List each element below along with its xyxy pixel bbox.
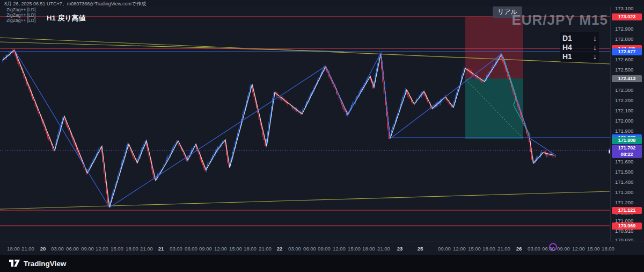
time-tick: 12:00 (453, 246, 466, 252)
price-tick: 171.900 (615, 128, 642, 134)
current-price-badge: 171.70208:22 (612, 145, 642, 158)
price-badge: 171.808 (612, 137, 642, 144)
date-tick: 22 (277, 246, 283, 252)
time-tick: 15:00 (229, 246, 242, 252)
time-tick: 06:00 (185, 246, 197, 252)
tradingview-logo[interactable]: TradingView (9, 259, 66, 268)
price-tick: 171.600 (615, 159, 642, 164)
price-badge: 173.023 (612, 13, 642, 20)
time-tick: 03:00 (51, 246, 64, 252)
time-tick: 18:00 (244, 246, 257, 252)
time-axis[interactable]: 18:0021:002003:0006:0009:0012:0015:0018:… (0, 241, 644, 255)
indicator-legend: ZigZag++ [LD]ZigZag++ [LD]ZigZag++ [LD] (6, 7, 35, 23)
legend-item-zigzag-2[interactable]: ZigZag++ [LD] (6, 18, 35, 23)
date-tick: 25 (418, 246, 423, 252)
mtf-row-d1: D1↓ (562, 33, 597, 42)
price-badge: 172.677 (612, 48, 642, 55)
footer-bar: TradingView (0, 255, 644, 272)
time-tick: 03:00 (288, 246, 301, 252)
price-tick: 171.300 (615, 189, 642, 195)
time-tick: 09:00 (199, 246, 212, 252)
price-tick: 173.100 (615, 5, 642, 11)
time-tick: 03:00 (528, 246, 540, 252)
time-tick: 18:00 (126, 246, 138, 252)
price-tick: 172.900 (615, 26, 642, 32)
price-tick: 171.400 (615, 179, 642, 185)
trendline (0, 42, 343, 52)
price-badge: 170.969 (612, 223, 642, 230)
time-tick: 06:00 (542, 246, 555, 252)
trend-down-arrow-icon: ↓ (593, 34, 597, 42)
mtf-row-h4: H4↓ (562, 42, 597, 52)
time-tick: 06:00 (66, 246, 79, 252)
price-badge: 171.121 (612, 207, 642, 214)
time-tick: 21:00 (377, 246, 390, 252)
date-tick: 23 (397, 246, 403, 252)
price-tick: 172.500 (615, 67, 642, 73)
tradingview-chart-window: 8月 26, 2025 06:51 UTC+7、m0607366がTrading… (0, 0, 644, 272)
price-tick: 171.200 (615, 199, 642, 205)
time-tick: 09:00 (557, 246, 570, 252)
trend-down-arrow-icon: ↓ (593, 43, 597, 52)
price-tick: 172.300 (615, 87, 642, 93)
profit-box (465, 78, 523, 139)
h1-level-label: H1 戻り高値 (47, 13, 86, 23)
time-tick: 21:00 (21, 246, 34, 252)
position-tool-boxes (465, 17, 523, 139)
legend-item-zigzag-1[interactable]: ZigZag++ [LD] (6, 12, 35, 18)
price-badge: 172.413 (612, 75, 642, 82)
time-tick: 15:00 (468, 246, 481, 252)
time-tick: 09:00 (318, 246, 331, 252)
mtf-timeframe-label: H4 (562, 43, 572, 52)
time-tick: 03:00 (170, 246, 182, 252)
time-tick: 15:00 (111, 246, 123, 252)
time-tick: 12:00 (333, 246, 346, 252)
trendline (0, 191, 610, 209)
time-tick: 18:00 (7, 246, 20, 252)
time-tick: 21:00 (259, 246, 272, 252)
snapshot-header: 8月 26, 2025 06:51 UTC+7、m0607366がTrading… (0, 0, 644, 6)
date-tick: 21 (158, 246, 164, 252)
bar-countdown: 08:22 (612, 151, 642, 158)
time-tick: 12:00 (214, 246, 227, 252)
date-tick: 26 (516, 246, 522, 252)
time-tick: 12:00 (572, 246, 585, 252)
time-tick: 18:00 (482, 246, 495, 252)
time-tick: 21:00 (497, 246, 510, 252)
time-tick: 09:00 (438, 246, 451, 252)
mtf-timeframe-label: D1 (562, 34, 572, 42)
price-tick: 171.500 (615, 169, 642, 175)
time-tick: 09:00 (81, 246, 94, 252)
time-tick: 12:00 (96, 246, 108, 252)
time-tick: 21:00 (140, 246, 153, 252)
price-tick: 172.000 (615, 118, 642, 124)
tradingview-logo-icon (9, 259, 20, 268)
price-tick: 172.200 (615, 97, 642, 103)
time-tick: 15:00 (587, 246, 600, 252)
current-price-value: 171.702 (612, 145, 642, 151)
chart-canvas[interactable] (0, 6, 610, 241)
tradingview-wordmark: TradingView (24, 260, 66, 268)
mtf-timeframe-label: H1 (562, 52, 572, 61)
time-tick: 15:00 (348, 246, 361, 252)
mtf-row-h1: H1↓ (562, 52, 597, 61)
time-tick: 18:00 (602, 246, 614, 252)
mtf-trend-panel: D1↓H4↓H1↓ (560, 32, 599, 62)
price-tick: 172.600 (615, 56, 642, 62)
price-axis[interactable]: 173.100173.000172.900172.800172.600172.5… (610, 6, 644, 255)
date-tick: 20 (40, 246, 46, 252)
trend-down-arrow-icon: ↓ (593, 52, 597, 61)
symbol-watermark: EUR/JPY M15 (511, 12, 608, 28)
price-tick: 172.100 (615, 108, 642, 113)
legend-item-zigzag-0[interactable]: ZigZag++ [LD] (6, 7, 35, 12)
price-tick: 172.800 (615, 36, 642, 42)
time-tick: 06:00 (303, 246, 316, 252)
time-tick: 18:00 (362, 246, 375, 252)
